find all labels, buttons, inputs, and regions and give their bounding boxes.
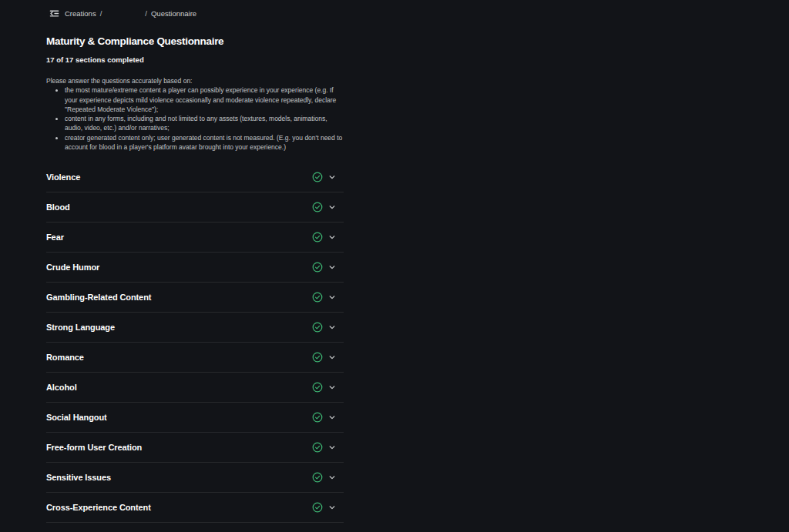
section-row-gambling[interactable]: Gambling-Related Content — [46, 283, 344, 313]
chevron-down-icon[interactable] — [328, 443, 336, 451]
breadcrumb: Creations / / Questionnaire — [65, 9, 196, 18]
section-row-alcohol[interactable]: Alcohol — [46, 373, 344, 403]
completed-check-icon — [312, 502, 323, 513]
section-title: Alcohol — [46, 383, 77, 392]
chevron-down-icon[interactable] — [328, 383, 336, 391]
section-row-social-hangout[interactable]: Social Hangout — [46, 403, 344, 433]
instructions: Please answer the questions accurately b… — [46, 76, 344, 152]
page-title: Maturity & Compliance Questionnaire — [46, 35, 344, 48]
chevron-down-icon[interactable] — [328, 203, 336, 211]
chevron-down-icon[interactable] — [328, 353, 336, 361]
breadcrumb-item-creations[interactable]: Creations — [65, 9, 96, 18]
completed-check-icon — [312, 322, 323, 333]
section-row-violence[interactable]: Violence — [46, 162, 344, 192]
chevron-down-icon[interactable] — [328, 413, 336, 421]
sidebar-toggle-button[interactable] — [48, 7, 60, 19]
chevron-down-icon[interactable] — [328, 233, 336, 241]
sidebar-toggle-icon — [49, 8, 60, 19]
section-title: Romance — [46, 353, 84, 362]
section-row-cross-experience-content[interactable]: Cross-Experience Content — [46, 493, 344, 523]
section-title: Blood — [46, 202, 70, 212]
progress-status: 17 of 17 sections completed — [46, 55, 344, 64]
section-title: Violence — [46, 172, 80, 182]
section-row-romance[interactable]: Romance — [46, 343, 344, 373]
breadcrumb-item-questionnaire: Questionnaire — [151, 9, 196, 18]
section-row-freeform-user-creation[interactable]: Free-form User Creation — [46, 433, 344, 463]
breadcrumb-separator: / — [145, 9, 147, 18]
completed-check-icon — [312, 232, 323, 243]
section-row-fear[interactable]: Fear — [46, 223, 344, 253]
section-row-blood[interactable]: Blood — [46, 192, 344, 223]
section-title: Gambling-Related Content — [46, 293, 151, 302]
completed-check-icon — [312, 472, 323, 483]
section-title: Fear — [46, 233, 64, 242]
completed-check-icon — [312, 412, 323, 423]
instruction-bullet: creator generated content only; user gen… — [65, 133, 344, 152]
top-breadcrumb-bar: Creations / / Questionnaire — [0, 0, 789, 26]
section-list: Violence Blood Fear — [46, 162, 344, 532]
completed-check-icon — [312, 352, 323, 363]
section-title: Free-form User Creation — [46, 443, 142, 452]
instruction-bullet: content in any forms, including and not … — [65, 114, 344, 133]
section-row-sensitive-issues[interactable]: Sensitive Issues — [46, 463, 344, 493]
completed-check-icon — [312, 262, 323, 273]
completed-check-icon — [312, 292, 323, 303]
section-title: Sensitive Issues — [46, 473, 111, 482]
section-row-ai-interaction[interactable]: AI Interaction — [46, 523, 344, 532]
section-title: Crude Humor — [46, 263, 99, 272]
chevron-down-icon[interactable] — [328, 473, 336, 481]
chevron-down-icon[interactable] — [328, 293, 336, 301]
section-row-strong-language[interactable]: Strong Language — [46, 313, 344, 343]
completed-check-icon — [312, 202, 323, 212]
breadcrumb-separator: / — [100, 9, 102, 18]
chevron-down-icon[interactable] — [328, 263, 336, 271]
breadcrumb-item-experience[interactable] — [106, 9, 141, 17]
section-title: Cross-Experience Content — [46, 503, 151, 512]
chevron-down-icon[interactable] — [328, 323, 336, 331]
section-row-crude-humor[interactable]: Crude Humor — [46, 253, 344, 283]
section-title: Strong Language — [46, 323, 115, 332]
main-content: Maturity & Compliance Questionnaire 17 o… — [46, 35, 344, 532]
completed-check-icon — [312, 382, 323, 393]
instruction-bullet: the most mature/extreme content a player… — [65, 85, 344, 114]
section-title: Social Hangout — [46, 413, 107, 422]
chevron-down-icon[interactable] — [328, 504, 336, 511]
instructions-list: the most mature/extreme content a player… — [46, 85, 344, 152]
chevron-down-icon[interactable] — [328, 173, 336, 181]
instructions-intro: Please answer the questions accurately b… — [46, 76, 344, 85]
completed-check-icon — [312, 172, 323, 182]
completed-check-icon — [312, 442, 323, 453]
